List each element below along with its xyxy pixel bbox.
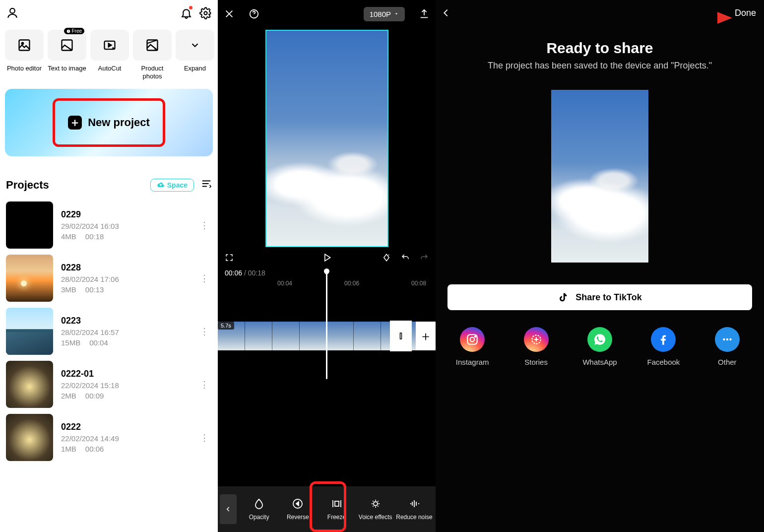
svg-point-0 <box>10 8 15 13</box>
settings-icon[interactable] <box>199 7 212 19</box>
project-stats: 2MB00:09 <box>61 392 189 400</box>
play-icon[interactable] <box>322 253 332 263</box>
project-stats: 3MB00:13 <box>61 285 189 294</box>
new-project-highlight: ＋ New project <box>53 98 165 147</box>
svg-point-19 <box>726 338 728 340</box>
facebook-icon <box>651 327 676 352</box>
share-title: Ready to share <box>436 40 764 57</box>
tool-reverse[interactable]: Reverse <box>278 498 317 521</box>
playhead[interactable] <box>326 270 327 379</box>
keyframe-icon[interactable] <box>382 253 391 262</box>
timeline[interactable]: 5.7s ＋ <box>218 291 436 486</box>
share-stories[interactable]: Stories <box>504 327 568 366</box>
svg-point-1 <box>204 11 207 14</box>
more-icon[interactable]: ⋮ <box>197 273 212 284</box>
svg-point-13 <box>374 502 378 506</box>
project-thumbnail <box>6 361 53 408</box>
preview-area <box>218 28 436 248</box>
stories-icon <box>524 327 549 352</box>
project-thumbnail <box>6 414 53 461</box>
fullscreen-icon[interactable] <box>225 253 234 262</box>
video-preview[interactable] <box>265 30 388 247</box>
project-date: 22/02/2024 15:18 <box>61 381 189 390</box>
project-stats: 4MB00:18 <box>61 232 189 241</box>
exported-video-thumbnail[interactable] <box>551 90 648 263</box>
tool-autocut[interactable]: AutoCut <box>90 30 129 80</box>
more-icon[interactable]: ⋮ <box>197 220 212 231</box>
done-button[interactable]: Done <box>735 8 756 18</box>
svg-point-15 <box>470 337 475 342</box>
share-instagram[interactable]: Instagram <box>441 327 504 366</box>
share-screen: Done Ready to share The project has been… <box>436 0 764 532</box>
tool-freeze[interactable]: Freeze <box>317 498 356 521</box>
whatsapp-icon <box>587 327 612 352</box>
share-facebook[interactable]: Facebook <box>632 327 695 366</box>
more-options-icon <box>715 327 740 352</box>
project-item[interactable]: 0229 29/02/2024 16:03 4MB00:18 ⋮ <box>0 199 218 252</box>
undo-icon[interactable] <box>401 253 410 262</box>
back-icon[interactable] <box>441 7 451 18</box>
svg-rect-12 <box>335 501 339 506</box>
more-icon[interactable]: ⋮ <box>197 326 212 337</box>
project-stats: 15MB00:04 <box>61 338 189 347</box>
share-other[interactable]: Other <box>696 327 759 366</box>
add-clip-button[interactable]: ＋ <box>416 322 436 350</box>
profile-icon[interactable] <box>6 6 19 19</box>
project-name: 0223 <box>61 316 189 326</box>
more-icon[interactable]: ⋮ <box>197 379 212 390</box>
tool-reduce-noise[interactable]: Reduce noise <box>395 498 434 521</box>
project-date: 29/02/2024 16:03 <box>61 222 189 230</box>
new-project-label: New project <box>88 116 150 129</box>
instagram-icon <box>460 327 485 352</box>
project-thumbnail <box>6 308 53 355</box>
svg-text:AI: AI <box>154 47 158 52</box>
space-button[interactable]: Space <box>150 179 194 192</box>
svg-point-3 <box>22 43 24 45</box>
project-item[interactable]: 0228 28/02/2024 17:06 3MB00:13 ⋮ <box>0 252 218 305</box>
dock-back-button[interactable] <box>220 494 237 524</box>
home-screen: Photo editor Free Text to image AutoCut … <box>0 0 218 532</box>
quick-tools: Photo editor Free Text to image AutoCut … <box>0 26 218 82</box>
projects-title: Projects <box>6 179 49 192</box>
clip-duration-badge: 5.7s <box>218 322 234 330</box>
resolution-picker[interactable]: 1080P <box>364 7 405 21</box>
project-date: 28/02/2024 17:06 <box>61 275 189 283</box>
project-name: 0222 <box>61 422 189 432</box>
project-thumbnail <box>6 255 53 302</box>
split-handle[interactable] <box>391 322 411 350</box>
editor-header: 1080P <box>218 0 436 28</box>
project-item[interactable]: 0222 22/02/2024 14:49 1MB00:06 ⋮ <box>0 411 218 464</box>
sort-icon[interactable] <box>201 178 212 192</box>
export-icon[interactable] <box>419 8 430 19</box>
svg-point-18 <box>723 338 725 340</box>
tool-opacity[interactable]: Opacity <box>240 498 278 521</box>
tiktok-icon <box>558 292 569 303</box>
notifications-icon[interactable] <box>180 7 192 19</box>
tool-text-to-image[interactable]: Free Text to image <box>48 30 86 80</box>
new-project-card[interactable]: ＋ New project <box>5 89 213 156</box>
project-thumbnail <box>6 201 53 249</box>
tool-voice-effects[interactable]: Voice effects <box>356 498 395 521</box>
projects-list: 0229 29/02/2024 16:03 4MB00:18 ⋮ 0228 28… <box>0 199 218 532</box>
social-share-row: Instagram Stories WhatsApp Facebook Othe… <box>436 310 764 366</box>
redo-icon[interactable] <box>420 253 429 262</box>
tool-product-photos[interactable]: AI Product photos <box>133 30 172 80</box>
svg-rect-10 <box>400 333 402 339</box>
share-whatsapp[interactable]: WhatsApp <box>568 327 632 366</box>
more-icon[interactable]: ⋮ <box>197 432 212 443</box>
svg-point-16 <box>475 336 476 337</box>
close-icon[interactable] <box>224 8 235 19</box>
free-badge: Free <box>64 28 84 34</box>
project-item[interactable]: 0222-01 22/02/2024 15:18 2MB00:09 ⋮ <box>0 358 218 411</box>
home-header <box>0 0 218 26</box>
annotation-arrow <box>653 8 732 30</box>
project-item[interactable]: 0223 28/02/2024 16:57 15MB00:04 ⋮ <box>0 305 218 358</box>
help-icon[interactable] <box>249 8 259 19</box>
playback-bar <box>218 248 436 269</box>
tool-expand[interactable]: Expand <box>176 30 214 80</box>
tool-photo-editor[interactable]: Photo editor <box>5 30 44 80</box>
editor-screen: 1080P 00:06 / 00:18 00:0400:0600:08 5.7s <box>218 0 436 532</box>
project-date: 28/02/2024 16:57 <box>61 328 189 336</box>
share-tiktok-button[interactable]: Share to TikTok <box>447 284 752 310</box>
project-name: 0222-01 <box>61 369 189 379</box>
